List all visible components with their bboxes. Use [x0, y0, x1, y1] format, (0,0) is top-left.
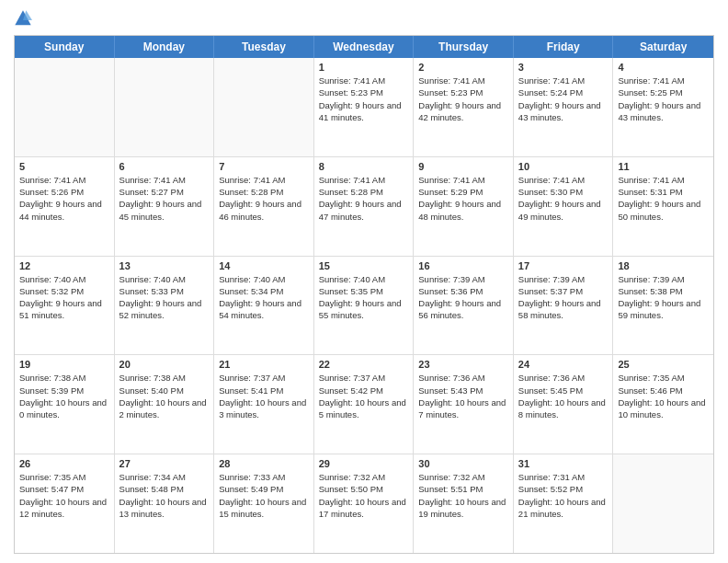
calendar-cell: 20Sunrise: 7:38 AM Sunset: 5:40 PM Dayli…	[115, 355, 215, 454]
day-number: 14	[219, 260, 309, 271]
calendar-cell: 31Sunrise: 7:31 AM Sunset: 5:52 PM Dayli…	[514, 454, 614, 553]
day-info: Sunrise: 7:40 AM Sunset: 5:32 PM Dayligh…	[19, 273, 109, 322]
calendar-row: 26Sunrise: 7:35 AM Sunset: 5:47 PM Dayli…	[15, 454, 713, 553]
calendar-cell: 7Sunrise: 7:41 AM Sunset: 5:28 PM Daylig…	[214, 157, 314, 256]
calendar-cell: 10Sunrise: 7:41 AM Sunset: 5:30 PM Dayli…	[514, 157, 614, 256]
logo-icon	[14, 9, 32, 28]
calendar-cell: 5Sunrise: 7:41 AM Sunset: 5:26 PM Daylig…	[15, 157, 115, 256]
calendar-cell: 15Sunrise: 7:40 AM Sunset: 5:35 PM Dayli…	[314, 257, 415, 355]
calendar-cell: 12Sunrise: 7:40 AM Sunset: 5:32 PM Dayli…	[15, 257, 115, 355]
day-info: Sunrise: 7:40 AM Sunset: 5:33 PM Dayligh…	[119, 273, 210, 322]
day-number: 21	[219, 359, 309, 370]
calendar-cell: 27Sunrise: 7:34 AM Sunset: 5:48 PM Dayli…	[115, 454, 215, 553]
weekday-header: Wednesday	[314, 36, 415, 58]
day-number: 13	[119, 260, 210, 271]
calendar-cell: 24Sunrise: 7:36 AM Sunset: 5:45 PM Dayli…	[514, 355, 614, 454]
day-info: Sunrise: 7:36 AM Sunset: 5:43 PM Dayligh…	[418, 372, 508, 420]
calendar-cell	[613, 454, 713, 553]
day-info: Sunrise: 7:35 AM Sunset: 5:46 PM Dayligh…	[618, 372, 709, 420]
weekday-header: Saturday	[613, 36, 713, 58]
calendar-cell: 17Sunrise: 7:39 AM Sunset: 5:37 PM Dayli…	[514, 257, 614, 355]
day-info: Sunrise: 7:37 AM Sunset: 5:42 PM Dayligh…	[319, 372, 409, 420]
weekday-header: Friday	[514, 36, 614, 58]
day-number: 16	[418, 260, 508, 271]
calendar-header: SundayMondayTuesdayWednesdayThursdayFrid…	[15, 36, 713, 58]
day-number: 30	[418, 458, 508, 469]
day-number: 17	[518, 260, 609, 271]
day-info: Sunrise: 7:37 AM Sunset: 5:41 PM Dayligh…	[219, 372, 309, 420]
day-info: Sunrise: 7:41 AM Sunset: 5:23 PM Dayligh…	[319, 75, 409, 123]
calendar-cell	[115, 58, 215, 156]
calendar-cell: 26Sunrise: 7:35 AM Sunset: 5:47 PM Dayli…	[15, 454, 115, 553]
day-info: Sunrise: 7:40 AM Sunset: 5:34 PM Dayligh…	[219, 273, 309, 322]
day-number: 5	[19, 161, 109, 172]
day-info: Sunrise: 7:39 AM Sunset: 5:38 PM Dayligh…	[618, 273, 709, 322]
calendar-cell: 8Sunrise: 7:41 AM Sunset: 5:28 PM Daylig…	[314, 157, 415, 256]
day-number: 11	[618, 161, 709, 172]
day-info: Sunrise: 7:39 AM Sunset: 5:36 PM Dayligh…	[418, 273, 508, 322]
calendar-body: 1Sunrise: 7:41 AM Sunset: 5:23 PM Daylig…	[15, 58, 713, 553]
day-info: Sunrise: 7:41 AM Sunset: 5:25 PM Dayligh…	[618, 75, 709, 123]
day-info: Sunrise: 7:41 AM Sunset: 5:26 PM Dayligh…	[19, 174, 109, 223]
day-info: Sunrise: 7:35 AM Sunset: 5:47 PM Dayligh…	[19, 471, 109, 520]
day-number: 9	[418, 161, 508, 172]
calendar-cell: 6Sunrise: 7:41 AM Sunset: 5:27 PM Daylig…	[115, 157, 215, 256]
day-info: Sunrise: 7:33 AM Sunset: 5:49 PM Dayligh…	[219, 471, 309, 520]
day-number: 6	[119, 161, 210, 172]
day-info: Sunrise: 7:41 AM Sunset: 5:23 PM Dayligh…	[418, 75, 508, 123]
day-info: Sunrise: 7:41 AM Sunset: 5:31 PM Dayligh…	[618, 174, 709, 223]
day-number: 27	[119, 458, 210, 469]
calendar: SundayMondayTuesdayWednesdayThursdayFrid…	[14, 35, 714, 554]
calendar-cell: 1Sunrise: 7:41 AM Sunset: 5:23 PM Daylig…	[314, 58, 415, 156]
calendar-cell: 25Sunrise: 7:35 AM Sunset: 5:46 PM Dayli…	[613, 355, 713, 454]
day-number: 31	[518, 458, 609, 469]
day-number: 15	[319, 260, 409, 271]
page: SundayMondayTuesdayWednesdayThursdayFrid…	[0, 0, 728, 563]
day-info: Sunrise: 7:34 AM Sunset: 5:48 PM Dayligh…	[119, 471, 210, 520]
day-number: 18	[618, 260, 709, 271]
day-info: Sunrise: 7:41 AM Sunset: 5:29 PM Dayligh…	[418, 174, 508, 223]
day-info: Sunrise: 7:41 AM Sunset: 5:28 PM Dayligh…	[219, 174, 309, 223]
calendar-row: 1Sunrise: 7:41 AM Sunset: 5:23 PM Daylig…	[15, 58, 713, 157]
calendar-row: 12Sunrise: 7:40 AM Sunset: 5:32 PM Dayli…	[15, 257, 713, 356]
calendar-cell: 30Sunrise: 7:32 AM Sunset: 5:51 PM Dayli…	[414, 454, 514, 553]
calendar-row: 19Sunrise: 7:38 AM Sunset: 5:39 PM Dayli…	[15, 355, 713, 454]
day-info: Sunrise: 7:38 AM Sunset: 5:40 PM Dayligh…	[119, 372, 210, 420]
calendar-cell: 29Sunrise: 7:32 AM Sunset: 5:50 PM Dayli…	[314, 454, 415, 553]
header	[14, 9, 714, 28]
calendar-cell: 4Sunrise: 7:41 AM Sunset: 5:25 PM Daylig…	[613, 58, 713, 156]
day-info: Sunrise: 7:38 AM Sunset: 5:39 PM Dayligh…	[19, 372, 109, 420]
day-info: Sunrise: 7:41 AM Sunset: 5:28 PM Dayligh…	[319, 174, 409, 223]
calendar-row: 5Sunrise: 7:41 AM Sunset: 5:26 PM Daylig…	[15, 157, 713, 257]
day-number: 28	[219, 458, 309, 469]
calendar-cell: 22Sunrise: 7:37 AM Sunset: 5:42 PM Dayli…	[314, 355, 415, 454]
calendar-cell	[214, 58, 314, 156]
day-number: 23	[418, 359, 508, 370]
calendar-cell: 3Sunrise: 7:41 AM Sunset: 5:24 PM Daylig…	[514, 58, 614, 156]
calendar-cell: 16Sunrise: 7:39 AM Sunset: 5:36 PM Dayli…	[414, 257, 514, 355]
day-number: 25	[618, 359, 709, 370]
day-info: Sunrise: 7:32 AM Sunset: 5:50 PM Dayligh…	[319, 471, 409, 520]
day-info: Sunrise: 7:41 AM Sunset: 5:24 PM Dayligh…	[518, 75, 609, 123]
calendar-cell: 14Sunrise: 7:40 AM Sunset: 5:34 PM Dayli…	[214, 257, 314, 355]
day-number: 3	[518, 62, 609, 73]
day-number: 12	[19, 260, 109, 271]
day-number: 2	[418, 62, 508, 73]
day-info: Sunrise: 7:31 AM Sunset: 5:52 PM Dayligh…	[518, 471, 609, 520]
weekday-header: Thursday	[414, 36, 514, 58]
calendar-cell: 11Sunrise: 7:41 AM Sunset: 5:31 PM Dayli…	[613, 157, 713, 256]
logo	[14, 9, 36, 28]
day-info: Sunrise: 7:40 AM Sunset: 5:35 PM Dayligh…	[319, 273, 409, 322]
calendar-cell: 21Sunrise: 7:37 AM Sunset: 5:41 PM Dayli…	[214, 355, 314, 454]
day-number: 24	[518, 359, 609, 370]
day-number: 8	[319, 161, 409, 172]
calendar-cell: 2Sunrise: 7:41 AM Sunset: 5:23 PM Daylig…	[414, 58, 514, 156]
calendar-cell: 13Sunrise: 7:40 AM Sunset: 5:33 PM Dayli…	[115, 257, 215, 355]
day-info: Sunrise: 7:36 AM Sunset: 5:45 PM Dayligh…	[518, 372, 609, 420]
weekday-header: Sunday	[15, 36, 115, 58]
calendar-cell: 9Sunrise: 7:41 AM Sunset: 5:29 PM Daylig…	[414, 157, 514, 256]
calendar-cell	[15, 58, 115, 156]
day-info: Sunrise: 7:41 AM Sunset: 5:27 PM Dayligh…	[119, 174, 210, 223]
day-number: 4	[618, 62, 709, 73]
day-number: 19	[19, 359, 109, 370]
